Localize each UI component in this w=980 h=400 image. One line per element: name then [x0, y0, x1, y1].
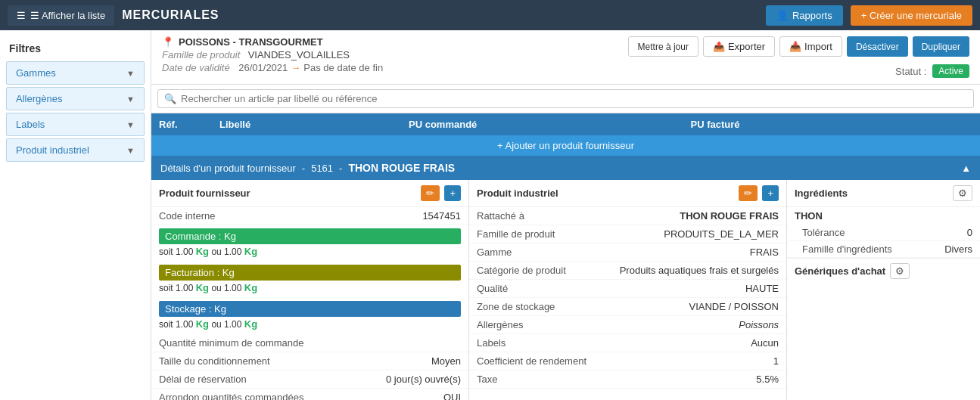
menu-button[interactable]: ☰ ☰ Afficher la liste: [8, 5, 114, 26]
ingredient-thon: THON: [787, 207, 980, 225]
field-categorie-produit: Catégorie de produit Produits aquatiques…: [469, 262, 786, 280]
content-area: 📍 POISSONS - TRANSGOURMET Famille de pro…: [151, 30, 980, 400]
detail-panel-header: Détails d'un produit fournisseur - 5161 …: [151, 156, 980, 180]
page-title: MERCURIALES: [122, 8, 758, 22]
search-bar: 🔍: [151, 85, 980, 113]
ingredient-famille: Famille d'ingrédients Divers: [787, 241, 980, 258]
main-layout: Filtres Gammes ▼ Allergènes ▼ Labels ▼ P…: [0, 30, 980, 400]
detail-separator: -: [302, 163, 305, 174]
col-fournisseur-title: Produit fournisseur: [159, 188, 250, 199]
edit-industriel-button[interactable]: ✏: [739, 185, 758, 201]
detail-title-label: Détails d'un produit fournisseur: [160, 163, 296, 174]
generiques-achat-header: Génériques d'achat ⚙: [787, 258, 980, 284]
menu-label: ☰ Afficher la liste: [30, 10, 105, 21]
import-button[interactable]: 📥 Import: [779, 36, 842, 57]
gear-generiques-button[interactable]: ⚙: [890, 263, 910, 279]
statut-row: Statut : Active: [895, 64, 969, 78]
chevron-down-icon: ▼: [126, 120, 135, 129]
gammes-label: Gammes: [16, 67, 56, 79]
dupliquer-button[interactable]: Dupliquer: [913, 36, 969, 57]
rapports-label: Rapports: [792, 10, 832, 21]
field-delai-reservation: Délai de réservation 0 jour(s) ouvré(s): [151, 371, 468, 389]
sidebar-item-gammes[interactable]: Gammes ▼: [6, 61, 145, 85]
supplier-name: 📍 POISSONS - TRANSGOURMET: [162, 36, 383, 48]
detail-product-name: THON ROUGE FRAIS: [348, 162, 455, 174]
date-meta: Date de validité 26/01/2021 → Pas de dat…: [162, 62, 383, 73]
chevron-down-icon: ▼: [126, 95, 135, 104]
header-info: 📍 POISSONS - TRANSGOURMET Famille de pro…: [151, 30, 980, 85]
actions-row: Mettre à jour 📤 Exporter 📥 Import Désact…: [628, 36, 969, 57]
detail-code: 5161: [311, 163, 333, 174]
add-fournisseur-button[interactable]: +: [444, 185, 461, 201]
top-bar: ☰ ☰ Afficher la liste MERCURIALES 👤 Rapp…: [0, 0, 980, 30]
plus-icon: +: [450, 188, 456, 199]
hamburger-icon: ☰: [17, 10, 26, 21]
col-pu-commande: PU commandé: [409, 119, 691, 130]
field-quantite-min: Quantité minimum de commande: [151, 334, 468, 352]
col-produit-fournisseur: Produit fournisseur ✏ + Code interne 154…: [151, 180, 469, 400]
chevron-down-icon: ▼: [126, 69, 135, 78]
pencil-icon: ✏: [744, 188, 752, 199]
gear-icon: ⚙: [958, 188, 967, 199]
creer-mercuriale-button[interactable]: + Créer une mercuriale: [851, 5, 972, 26]
sidebar-item-allergenes[interactable]: Allergènes ▼: [6, 87, 145, 110]
field-labels: Labels Aucun: [469, 334, 786, 352]
col-ingredients-header: Ingrédients ⚙: [787, 180, 980, 207]
produit-industriel-label: Produit industriel: [16, 144, 89, 156]
rapports-button[interactable]: 👤 Rapports: [766, 5, 843, 26]
add-industriel-button[interactable]: +: [762, 185, 779, 201]
three-columns: Produit fournisseur ✏ + Code interne 154…: [151, 180, 980, 400]
allergenes-label: Allergènes: [16, 93, 62, 104]
field-qualite: Qualité HAUTE: [469, 280, 786, 298]
edit-fournisseur-button[interactable]: ✏: [421, 185, 440, 201]
header-info-left: 📍 POISSONS - TRANSGOURMET Famille de pro…: [162, 36, 383, 73]
field-taxe: Taxe 5.5%: [469, 371, 786, 389]
chevron-up-icon[interactable]: ▲: [961, 163, 971, 174]
table-header: Réf. Libellé PU commandé PU facturé: [151, 113, 980, 135]
chevron-down-icon: ▼: [126, 146, 135, 155]
col-ingredients-title: Ingrédients: [795, 188, 848, 199]
field-coefficient-rendement: Coefficient de rendement 1: [469, 352, 786, 371]
field-code-interne: Code interne 1547451: [151, 207, 468, 225]
col-industriel-header: Produit industriel ✏ +: [469, 180, 786, 207]
col-libelle: Libellé: [219, 119, 409, 130]
add-product-row[interactable]: + Ajouter un produit fournisseur: [151, 135, 980, 156]
gear-ingredients-button[interactable]: ⚙: [953, 185, 972, 201]
add-product-label: + Ajouter un produit fournisseur: [497, 140, 634, 151]
sidebar-item-labels[interactable]: Labels ▼: [6, 113, 145, 136]
user-icon: 👤: [776, 10, 789, 21]
bar-commande-sub: soit 1.00 Kg ou 1.00 Kg: [151, 244, 468, 262]
bar-facturation: Facturation : Kg: [159, 265, 461, 281]
plus-icon: +: [767, 188, 773, 199]
famille-meta: Famille de produit VIANDES_VOLAILLES: [162, 49, 383, 60]
bar-stockage: Stockage : Kg: [159, 301, 461, 317]
bar-stockage-sub: soit 1.00 Kg ou 1.00 Kg: [151, 317, 468, 334]
generiques-label: Génériques d'achat: [795, 265, 885, 277]
field-famille-produit: Famille de produit PRODUITS_DE_LA_MER: [469, 225, 786, 243]
sidebar-item-produit-industriel[interactable]: Produit industriel ▼: [6, 138, 145, 162]
col-ingredients: Ingrédients ⚙ THON Tolérance 0 Famille d…: [787, 180, 980, 400]
ingredient-tolerance: Tolérance 0: [787, 225, 980, 241]
col-produit-industriel: Produit industriel ✏ + Rattaché à THON R…: [469, 180, 787, 400]
detail-separator2: -: [339, 163, 342, 174]
status-badge: Active: [932, 64, 969, 78]
field-allergenes: Allergènes Poissons: [469, 316, 786, 334]
import-icon: 📥: [789, 41, 801, 52]
search-input[interactable]: [181, 93, 967, 104]
bar-commande: Commande : Kg: [159, 228, 461, 244]
col-ref: Réf.: [159, 119, 219, 130]
field-arrondon: Arrondon quantités commandées OUI: [151, 389, 468, 400]
desactiver-button[interactable]: Désactiver: [847, 36, 908, 57]
pencil-icon: ✏: [426, 188, 434, 199]
exporter-button[interactable]: 📤 Exporter: [703, 36, 775, 57]
header-actions: Mettre à jour 📤 Exporter 📥 Import Désact…: [628, 36, 969, 78]
creer-label: + Créer une mercuriale: [861, 10, 962, 21]
sidebar: Filtres Gammes ▼ Allergènes ▼ Labels ▼ P…: [0, 30, 151, 400]
bar-facturation-sub: soit 1.00 Kg ou 1.00 Kg: [151, 281, 468, 298]
gear-icon: ⚙: [895, 265, 904, 277]
field-taille-conditionnement: Taille du conditionnement Moyen: [151, 352, 468, 371]
export-icon: 📤: [713, 41, 725, 52]
mettre-a-jour-button[interactable]: Mettre à jour: [628, 36, 698, 57]
filters-title: Filtres: [0, 38, 151, 59]
col-pu-facture: PU facturé: [691, 119, 973, 130]
